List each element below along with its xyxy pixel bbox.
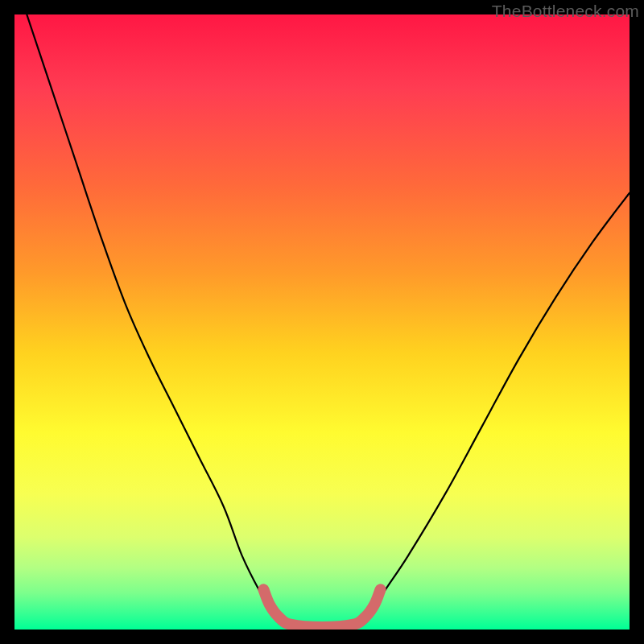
watermark-text: TheBottleneck.com: [492, 2, 639, 21]
plot-area: [14, 14, 630, 630]
curve-layer: [14, 14, 630, 630]
chart-stage: TheBottleneck.com: [0, 0, 644, 644]
sweet-spot-curve: [263, 589, 380, 627]
bottleneck-curve: [27, 14, 630, 630]
